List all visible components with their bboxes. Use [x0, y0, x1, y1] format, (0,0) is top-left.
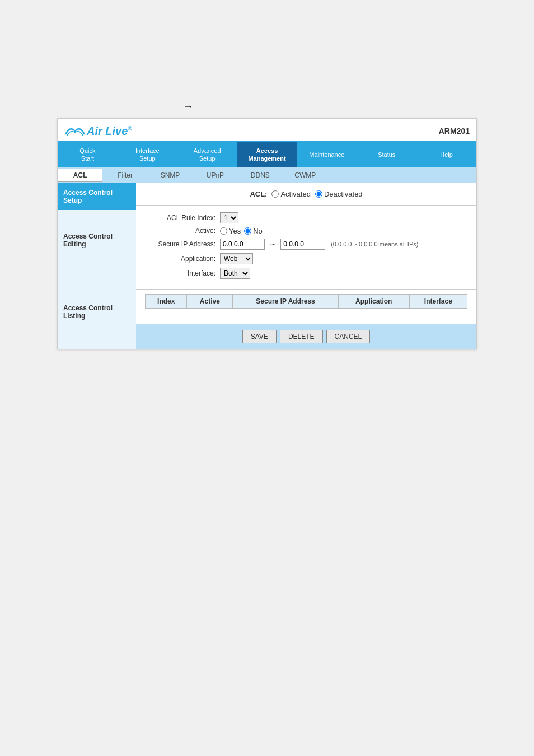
acl-deactivated-label[interactable]: Deactivated [315, 190, 363, 198]
buttons-row: SAVE DELETE CANCEL [136, 324, 476, 349]
application-control: WebTelnetBoth [220, 253, 253, 264]
sidebar: Access Control Setup Access Control Edit… [58, 183, 136, 349]
rule-index-control: 123 [220, 212, 238, 223]
sub-nav: ACL Filter SNMP UPnP DDNS CWMP [58, 167, 476, 183]
rule-index-select[interactable]: 123 [220, 212, 238, 223]
editing-section: ACL Rule Index: 123 Active: Yes [136, 206, 476, 290]
active-no-radio[interactable] [244, 227, 251, 235]
application-row: Application: WebTelnetBoth [147, 253, 465, 264]
logo-wings-icon [64, 123, 86, 139]
ip-hint-text: (0.0.0.0 ~ 0.0.0.0 means all IPs) [331, 241, 418, 248]
acl-row: ACL: Activated Deactivated [145, 190, 467, 198]
sidebar-label-access-control-editing: Access Control Editing [63, 232, 113, 248]
listing-section: Index Active Secure IP Address Applicati… [136, 290, 476, 325]
active-no-label[interactable]: No [244, 227, 263, 235]
nav-advanced-setup[interactable]: Advanced Setup [177, 142, 237, 167]
arrow-indicator: → [183, 101, 193, 113]
subnav-acl[interactable]: ACL [58, 169, 102, 182]
col-active: Active [187, 294, 233, 308]
subnav-upnp[interactable]: UPnP [193, 169, 237, 182]
active-yes-label[interactable]: Yes [220, 227, 241, 235]
svg-point-0 [74, 131, 76, 133]
sidebar-item-access-control-editing[interactable]: Access Control Editing [58, 227, 136, 254]
acl-section: ACL: Activated Deactivated [136, 183, 476, 206]
empty-row [146, 308, 467, 319]
active-row: Active: Yes No [147, 227, 465, 235]
sidebar-label-access-control-listing: Access Control Listing [63, 304, 113, 320]
main-content: ACL: Activated Deactivated [136, 183, 476, 349]
content-area: Access Control Setup Access Control Edit… [58, 183, 476, 349]
acl-deactivated-text: Deactivated [324, 190, 363, 198]
device-model: ARM201 [439, 127, 470, 136]
nav-maintenance[interactable]: Maintenance [297, 142, 357, 167]
subnav-filter[interactable]: Filter [102, 169, 147, 182]
col-interface: Interface [409, 294, 467, 308]
secure-ip-control: ~ (0.0.0.0 ~ 0.0.0.0 means all IPs) [220, 239, 418, 250]
nav-status[interactable]: Status [357, 142, 416, 167]
acl-activated-text: Activated [280, 190, 310, 198]
logo-area: Air Live® [64, 123, 132, 139]
interface-row: Interface: BothLANWAN [147, 268, 465, 279]
application-label: Application: [147, 255, 220, 263]
nav-help[interactable]: Help [416, 142, 476, 167]
nav-access-management[interactable]: Access Management [237, 142, 297, 167]
cancel-button[interactable]: CANCEL [326, 330, 371, 343]
rule-index-row: ACL Rule Index: 123 [147, 212, 465, 223]
subnav-snmp[interactable]: SNMP [148, 169, 193, 182]
active-no-text: No [253, 227, 263, 235]
application-select[interactable]: WebTelnetBoth [220, 253, 253, 264]
router-header: Air Live® ARM201 [58, 119, 476, 142]
rule-index-label: ACL Rule Index: [147, 214, 220, 222]
interface-control: BothLANWAN [220, 268, 250, 279]
subnav-cwmp[interactable]: CWMP [283, 169, 327, 182]
secure-ip-from-input[interactable] [220, 239, 265, 250]
interface-label: Interface: [147, 269, 220, 277]
delete-button[interactable]: DELETE [280, 330, 323, 343]
col-application: Application [338, 294, 409, 308]
listing-table: Index Active Secure IP Address Applicati… [145, 294, 467, 320]
col-secure-ip: Secure IP Address [233, 294, 339, 308]
active-label: Active: [147, 227, 220, 235]
router-ui: Air Live® ARM201 Quick Start Interface S… [57, 118, 477, 349]
acl-deactivated-radio[interactable] [315, 190, 322, 198]
subnav-ddns[interactable]: DDNS [238, 169, 283, 182]
acl-label: ACL: [250, 190, 267, 198]
active-yes-radio[interactable] [220, 227, 227, 235]
save-button[interactable]: SAVE [242, 330, 277, 343]
interface-select[interactable]: BothLANWAN [220, 268, 250, 279]
sidebar-label-access-control-setup: Access Control Setup [63, 189, 113, 204]
col-index: Index [146, 294, 187, 308]
secure-ip-row: Secure IP Address: ~ (0.0.0.0 ~ 0.0.0.0 … [147, 239, 465, 250]
main-nav: Quick Start Interface Setup Advanced Set… [58, 142, 476, 167]
acl-activated-radio[interactable] [271, 190, 279, 198]
nav-quick-start[interactable]: Quick Start [58, 142, 118, 167]
nav-interface-setup[interactable]: Interface Setup [118, 142, 177, 167]
secure-ip-to-input[interactable] [280, 239, 325, 250]
active-yes-text: Yes [229, 227, 241, 235]
active-control: Yes No [220, 227, 263, 235]
ip-range-tilde: ~ [270, 240, 275, 249]
logo-text: Air Live® [87, 124, 132, 138]
secure-ip-label: Secure IP Address: [147, 240, 220, 248]
acl-activated-label[interactable]: Activated [271, 190, 310, 198]
sidebar-item-access-control-listing[interactable]: Access Control Listing [58, 298, 136, 325]
sidebar-item-access-control-setup[interactable]: Access Control Setup [58, 183, 136, 210]
